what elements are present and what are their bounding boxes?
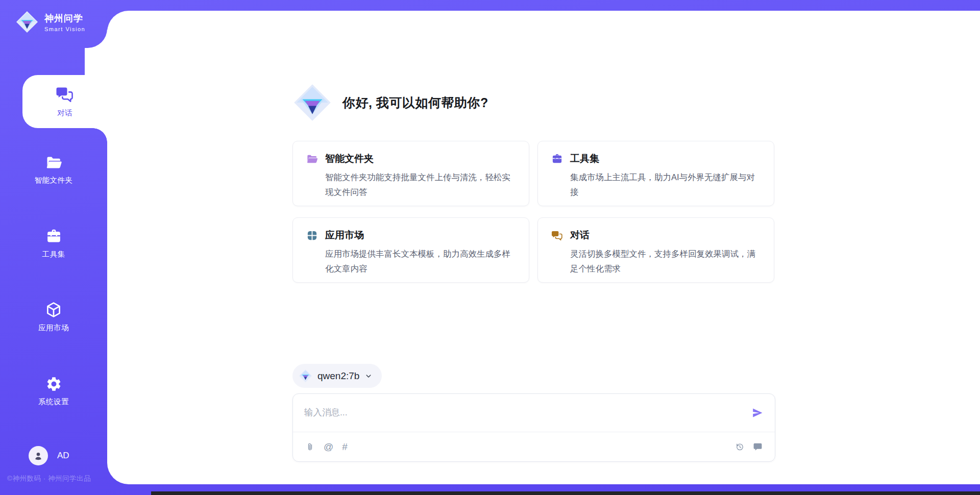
grid-icon <box>306 230 318 241</box>
history-button[interactable] <box>735 442 745 452</box>
toolbox-icon <box>45 228 62 245</box>
topic-button[interactable]: # <box>342 442 348 452</box>
hash-icon: # <box>342 442 348 452</box>
card-title: 应用市场 <box>325 229 364 242</box>
bottom-edge-bar <box>151 491 980 495</box>
avatar <box>29 446 48 465</box>
sidebar-item-label: 智能文件夹 <box>35 176 73 185</box>
toolbox-icon <box>551 153 563 165</box>
brand-name: 神州问学 <box>44 12 85 24</box>
sidebar-item-toolset[interactable]: 工具集 <box>0 228 107 259</box>
sidebar-item-smart-folder[interactable]: 智能文件夹 <box>0 154 107 185</box>
model-selector[interactable]: qwen2:7b <box>292 364 382 388</box>
card-toolset[interactable]: 工具集 集成市场上主流工具，助力AI与外界无缝扩展与对接 <box>537 141 774 206</box>
greeting-text: 你好, 我可以如何帮助你? <box>342 94 488 111</box>
history-icon <box>735 442 745 452</box>
message-input[interactable] <box>304 407 745 418</box>
user-profile[interactable]: AD <box>29 446 69 465</box>
card-title: 智能文件夹 <box>325 152 374 165</box>
brand-logo-block: 神州问学 Smart Vision <box>0 0 107 48</box>
sidebar-item-label: 应用市场 <box>38 323 69 333</box>
sidebar-tab-curve-bottom <box>93 128 107 142</box>
chat-icon <box>551 230 563 241</box>
paperclip-icon <box>305 442 315 452</box>
folder-icon <box>45 154 62 171</box>
brand-subtitle: Smart Vision <box>44 26 85 32</box>
card-description: 智能文件夹功能支持批量文件上传与清洗，轻松实现文件问答 <box>325 170 516 200</box>
card-title: 对话 <box>570 229 590 242</box>
sidebar-item-label: 对话 <box>57 108 72 118</box>
gear-icon <box>45 376 62 392</box>
model-name: qwen2:7b <box>317 370 359 382</box>
folder-icon <box>306 153 318 165</box>
sidebar-item-chat[interactable]: 对话 <box>22 75 107 128</box>
feature-cards: 智能文件夹 智能文件夹功能支持批量文件上传与清洗，轻松实现文件问答 工具集 集成… <box>292 141 775 283</box>
card-description: 灵活切换多模型文件，支持多样回复效果调试，满足个性化需求 <box>570 246 761 276</box>
at-icon: @ <box>324 442 333 452</box>
send-icon <box>751 407 764 419</box>
sidebar-item-app-market[interactable]: 应用市场 <box>0 301 107 333</box>
sidebar-item-label: 系统设置 <box>38 397 69 407</box>
message-composer: @ # <box>292 393 775 462</box>
card-smart-folder[interactable]: 智能文件夹 智能文件夹功能支持批量文件上传与清洗，轻松实现文件问答 <box>292 141 529 206</box>
conversation-button[interactable] <box>753 442 763 452</box>
sidebar-footer: ©神州数码 · 神州问学出品 <box>7 474 91 483</box>
attach-file-button[interactable] <box>305 442 315 452</box>
model-diamond-icon <box>299 369 312 383</box>
sidebar-item-label: 工具集 <box>42 250 65 259</box>
chat-icon <box>56 85 74 104</box>
chevron-down-icon <box>364 372 373 380</box>
app-window: 神州问学 Smart Vision 对话 智能文件夹 <box>0 0 980 495</box>
card-description: 集成市场上主流工具，助力AI与外界无缝扩展与对接 <box>570 170 761 200</box>
card-description: 应用市场提供丰富长文本模板，助力高效生成多样化文章内容 <box>325 246 516 276</box>
card-title: 工具集 <box>570 152 599 165</box>
greeting: 你好, 我可以如何帮助你? <box>292 83 488 122</box>
card-app-market[interactable]: 应用市场 应用市场提供丰富长文本模板，助力高效生成多样化文章内容 <box>292 217 529 283</box>
sidebar-item-settings[interactable]: 系统设置 <box>0 376 107 407</box>
brand-diamond-icon <box>15 10 39 34</box>
card-chat[interactable]: 对话 灵活切换多模型文件，支持多样回复效果调试，满足个性化需求 <box>537 217 774 283</box>
mention-button[interactable]: @ <box>324 442 333 452</box>
user-name: AD <box>57 451 69 461</box>
greeting-diamond-icon <box>292 83 332 122</box>
send-button[interactable] <box>751 407 764 419</box>
chat-bubble-icon <box>753 442 763 452</box>
cube-icon <box>45 301 62 318</box>
